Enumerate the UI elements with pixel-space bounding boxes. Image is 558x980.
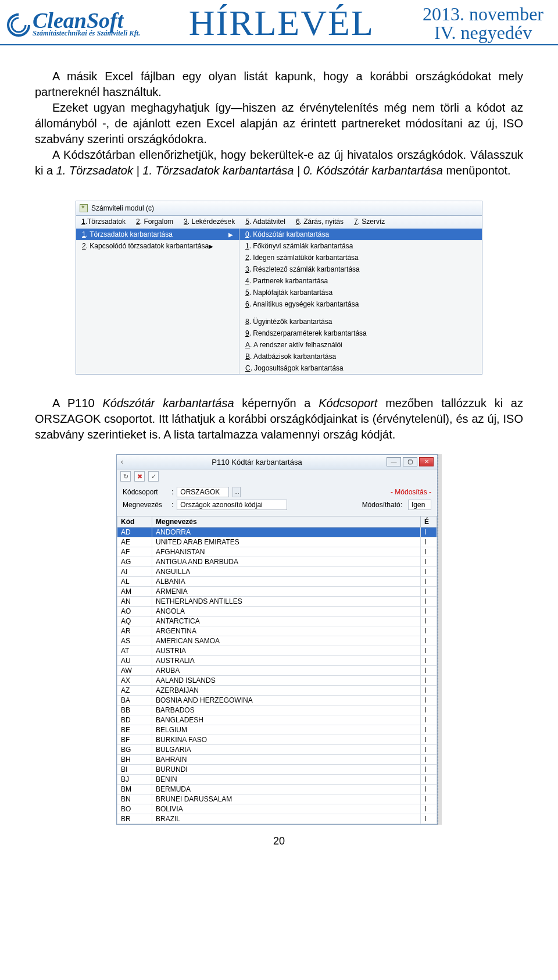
table-row[interactable]: ATAUSTRIAI [117, 646, 437, 656]
dialog-title: P110 Kódtár karbantartása [127, 458, 387, 466]
table-row[interactable]: BIBURUNDII [117, 765, 437, 775]
screenshot-dialog: ‹ P110 Kódtár karbantartása — ▢ ✕ ↻ ✖ ✓ … [116, 454, 442, 825]
table-row[interactable]: AXAALAND ISLANDSI [117, 676, 437, 686]
paragraph-block-1: A másik Excel fájlban egy olyan listát k… [0, 45, 558, 190]
table-row[interactable]: BMBERMUDAI [117, 785, 437, 794]
field-kodcsoport[interactable]: ORSZAGOK [177, 487, 229, 497]
tool-ok-icon[interactable]: ✓ [148, 471, 159, 482]
table-row[interactable]: AEUNITED ARAB EMIRATESI [117, 537, 437, 547]
submenu-item[interactable]: C. Jogosultságok karbantartása [239, 362, 482, 374]
table-row[interactable]: BRBRAZILI [117, 814, 437, 824]
table-row[interactable]: AWARUBAI [117, 666, 437, 676]
table-row[interactable]: ASAMERICAN SAMOAI [117, 636, 437, 646]
tool-refresh-icon[interactable]: ↻ [120, 471, 131, 482]
table-row[interactable]: ANNETHERLANDS ANTILLESI [117, 597, 437, 607]
para-1c: A Kódszótárban ellenőrizhetjük, hogy bek… [35, 147, 523, 179]
close-button[interactable]: ✕ [419, 457, 434, 466]
logo-sub-text: Számítástechnikai és Számviteli Kft. [33, 29, 140, 38]
menu-item[interactable]: 5. Adatátvitel [240, 216, 291, 229]
table-row[interactable]: AOANGOLAI [117, 607, 437, 616]
table-row[interactable]: BGBULGARIAI [117, 745, 437, 755]
window-title: Számviteli modul (c) [91, 204, 154, 212]
submenu-left[interactable]: 1. Törzsadatok karbantartása▶2. Kapcsoló… [76, 229, 239, 374]
col-kod[interactable]: Kód [117, 516, 152, 528]
menu-item[interactable]: 3. Lekérdezések [178, 216, 240, 229]
paragraph-block-2: A P110 Kódszótár karbantartása képernyőn… [0, 375, 558, 448]
field-modosithato[interactable]: Igen [408, 500, 431, 510]
page-number: 20 [0, 835, 558, 847]
submenu-item[interactable]: 1. Főkönyvi számlák karbantartása [239, 240, 482, 252]
grid: Kód Megnevezés É ADANDORRAIAEUNITED ARAB… [116, 516, 438, 825]
dialog-titlebar: ‹ P110 Kódtár karbantartása — ▢ ✕ [116, 454, 438, 469]
table-row[interactable]: BNBRUNEI DARUSSALAMI [117, 794, 437, 804]
window-titlebar: Számviteli modul (c) [76, 201, 482, 216]
submenu-item[interactable]: 1. Törzsadatok karbantartása▶ [76, 229, 239, 240]
submenu-item[interactable]: 2. Kapcsolódó törzsadatok karbantartása▶ [76, 240, 239, 252]
col-megnevezes[interactable]: Megnevezés [152, 516, 421, 528]
submenu-item[interactable]: B. Adatbázisok karbantartása [239, 351, 482, 362]
screenshot-menu: Számviteli modul (c) 1.Törzsadatok2. For… [76, 201, 482, 375]
page-header: CleanSoft Számítástechnikai és Számvitel… [0, 0, 558, 45]
app-icon [80, 204, 88, 212]
logo-swirl-icon [6, 12, 31, 38]
date-line1: 2013. november [423, 5, 543, 23]
label-kodcsoport: Kódcsoport [123, 488, 168, 496]
logo-main-text: CleanSoft [33, 11, 140, 30]
form-area: Kódcsoport: ORSZAGOK … - Módosítás - Meg… [116, 483, 438, 516]
menu-item[interactable]: 1.Törzsadatok [76, 216, 131, 229]
table-row[interactable]: AGANTIGUA AND BARBUDAI [117, 557, 437, 567]
maximize-button[interactable]: ▢ [403, 457, 417, 466]
tool-delete-icon[interactable]: ✖ [134, 471, 145, 482]
logo-block: CleanSoft Számítástechnikai és Számvitel… [6, 11, 140, 37]
submenu-item[interactable]: 2. Idegen számlatükör karbantartása [239, 252, 482, 263]
back-icon[interactable]: ‹ [117, 458, 127, 466]
field-megnevezes[interactable]: Országok azonosító kódjai [177, 500, 287, 510]
table-row[interactable]: AQANTARCTICAI [117, 616, 437, 626]
submenu-item[interactable]: 4. Partnerek karbantartása [239, 275, 482, 287]
para-1a: A másik Excel fájlban egy olyan listát k… [35, 69, 523, 100]
para-1b: Ezeket ugyan meghagyhatjuk így—hiszen az… [35, 100, 523, 147]
menu-item[interactable]: 2. Forgalom [131, 216, 178, 229]
table-row[interactable]: AFAFGHANISTANI [117, 547, 437, 557]
submenu-item[interactable]: 6. Analitikus egységek karbantartása [239, 298, 482, 310]
menu-body: 1. Törzsadatok karbantartása▶2. Kapcsoló… [76, 229, 482, 375]
newsletter-title: HÍRLEVÉL [189, 7, 374, 40]
mode-label: - Módosítás - [391, 488, 431, 496]
table-row[interactable]: AIANGUILLAI [117, 567, 437, 577]
toolbar: ↻ ✖ ✓ [116, 469, 438, 483]
menu-item[interactable]: 7. Szervíz [349, 216, 390, 229]
table-row[interactable]: BDBANGLADESHI [117, 715, 437, 725]
col-e[interactable]: É [421, 516, 437, 528]
table-row[interactable]: AZAZERBAIJANI [117, 686, 437, 696]
table-row[interactable]: BABOSNIA AND HERZEGOWINAI [117, 696, 437, 705]
table-row[interactable]: ADANDORRAI [117, 528, 437, 537]
label-megnevezes: Megnevezés [123, 501, 168, 509]
submenu-item[interactable]: 8. Ügyintézők karbantartása [239, 316, 482, 327]
table-row[interactable]: BJBENINI [117, 775, 437, 785]
minimize-button[interactable]: — [387, 457, 401, 466]
date-line2: IV. negyedév [423, 23, 543, 42]
table-row[interactable]: ALALBANIAI [117, 577, 437, 587]
dropdown-icon[interactable]: … [233, 487, 241, 497]
table-row[interactable]: BOBOLIVIAI [117, 804, 437, 814]
submenu-right[interactable]: 0. Kódszótár karbantartása1. Főkönyvi sz… [239, 229, 482, 374]
table-row[interactable]: BFBURKINA FASOI [117, 735, 437, 745]
para-2: A P110 Kódszótár karbantartása képernyőn… [35, 395, 523, 443]
table-row[interactable]: ARARGENTINAI [117, 626, 437, 636]
table-row[interactable]: BHBAHRAINI [117, 755, 437, 765]
issue-date: 2013. november IV. negyedév [423, 5, 543, 42]
submenu-item[interactable]: 9. Rendszerparaméterek karbantartása [239, 327, 482, 339]
menubar[interactable]: 1.Törzsadatok2. Forgalom3. Lekérdezések5… [76, 216, 482, 229]
table-row[interactable]: AUAUSTRALIAI [117, 656, 437, 666]
country-table[interactable]: Kód Megnevezés É ADANDORRAIAEUNITED ARAB… [117, 516, 437, 824]
menu-item[interactable]: 6. Zárás, nyitás [291, 216, 349, 229]
submenu-item[interactable]: 5. Naplófajták karbantartása [239, 287, 482, 298]
submenu-item[interactable]: 0. Kódszótár karbantartása [239, 229, 482, 240]
label-modosithato: Módosítható: [362, 501, 402, 509]
table-row[interactable]: AMARMENIAI [117, 587, 437, 597]
table-row[interactable]: BBBARBADOSI [117, 705, 437, 715]
table-row[interactable]: BEBELGIUMI [117, 725, 437, 735]
submenu-item[interactable]: 3. Részletező számlák karbantartása [239, 263, 482, 275]
submenu-item[interactable]: A. A rendszer aktív felhasználói [239, 339, 482, 351]
